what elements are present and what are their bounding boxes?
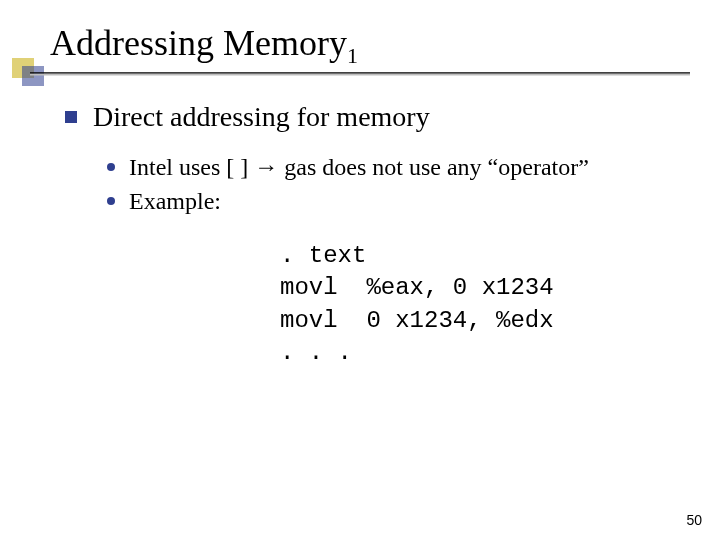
level2-text-1: Example: xyxy=(129,186,221,216)
slide-title: Addressing Memory1 xyxy=(50,23,358,63)
svg-rect-0 xyxy=(12,58,34,78)
bullet-level1: Direct addressing for memory xyxy=(65,100,685,134)
page-number: 50 xyxy=(686,512,702,528)
slide-title-area: Addressing Memory1 xyxy=(50,22,358,69)
slide-title-subscript: 1 xyxy=(347,43,358,68)
level2-post-0: gas does not use any “operator” xyxy=(278,154,589,180)
level2-pre-1: Example: xyxy=(129,188,221,214)
dot-bullet-icon xyxy=(107,163,115,171)
arrow-icon: → xyxy=(254,153,278,180)
level2-text-0: Intel uses [ ] → gas does not use any “o… xyxy=(129,152,589,182)
bullet-level2: Example: xyxy=(107,186,685,216)
corner-decoration xyxy=(12,58,52,88)
title-underline xyxy=(30,72,690,76)
content-area: Direct addressing for memory Intel uses … xyxy=(65,100,685,220)
square-bullet-icon xyxy=(65,111,77,123)
dot-bullet-icon xyxy=(107,197,115,205)
code-block: . text movl %eax, 0 x1234 movl 0 x1234, … xyxy=(280,240,554,370)
bullet-level2: Intel uses [ ] → gas does not use any “o… xyxy=(107,152,685,182)
svg-rect-1 xyxy=(22,66,44,86)
level2-block: Intel uses [ ] → gas does not use any “o… xyxy=(107,152,685,216)
level1-text: Direct addressing for memory xyxy=(93,100,430,134)
slide-title-text: Addressing Memory xyxy=(50,23,347,63)
level2-pre-0: Intel uses [ ] xyxy=(129,154,254,180)
slide: { "title": { "main": "Addressing Memory"… xyxy=(0,0,720,540)
